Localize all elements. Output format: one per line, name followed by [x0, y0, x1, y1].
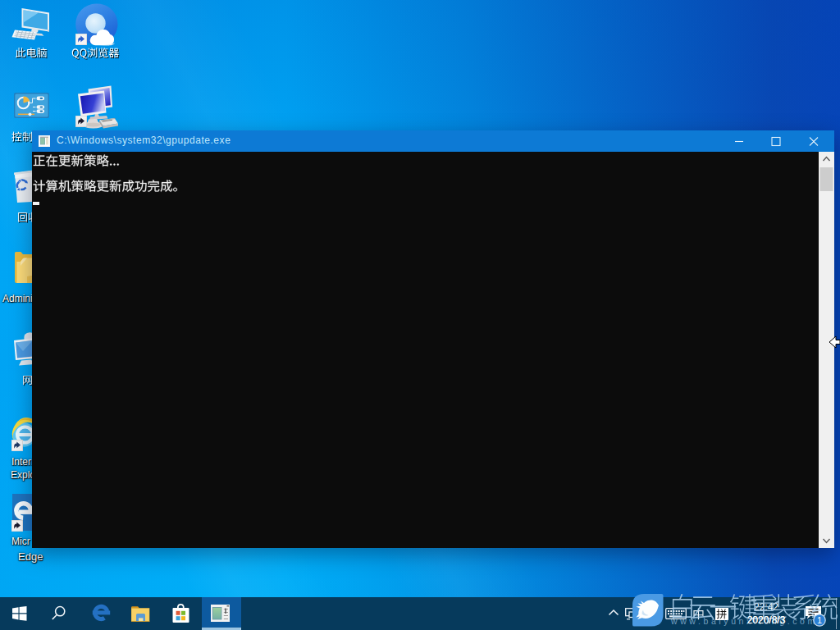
svg-text:1: 1: [817, 615, 822, 625]
